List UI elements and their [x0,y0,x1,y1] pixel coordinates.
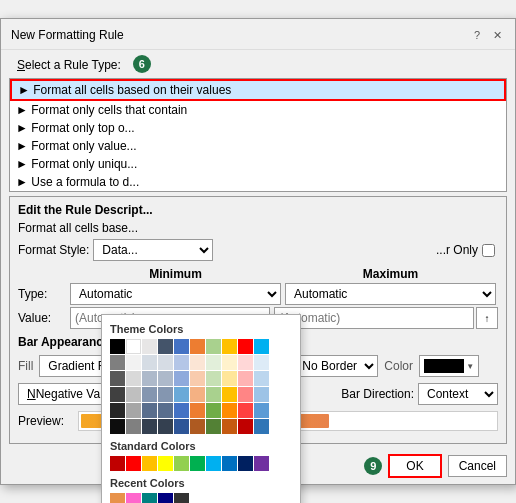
color-cell[interactable] [254,419,269,434]
color-cell[interactable] [110,456,125,471]
color-cell[interactable] [190,371,205,386]
color-cell[interactable] [174,355,189,370]
color-cell[interactable] [222,403,237,418]
color-cell-recent-dark[interactable] [174,493,189,503]
color-cell[interactable] [238,403,253,418]
color-cell[interactable] [206,387,221,402]
color-cell[interactable] [126,355,141,370]
color-cell[interactable] [174,387,189,402]
color-cell[interactable] [190,355,205,370]
color-cell[interactable] [206,355,221,370]
color-cell[interactable] [174,456,189,471]
ok-button[interactable]: OK [388,454,441,478]
color-cell[interactable] [110,371,125,386]
max-value-input[interactable] [274,307,474,329]
color-cell[interactable] [238,371,253,386]
color-cell[interactable] [238,387,253,402]
color-cell[interactable] [158,456,173,471]
color-cell[interactable] [206,339,221,354]
color-cell[interactable] [254,456,269,471]
color-cell[interactable] [158,355,173,370]
color-cell[interactable] [126,456,141,471]
color-cell[interactable] [190,456,205,471]
border-select[interactable]: No Border [293,355,378,377]
close-button[interactable]: ✕ [489,27,505,43]
theme-color-row-1 [110,339,292,354]
color-cell[interactable] [174,339,189,354]
color-cell[interactable] [142,355,157,370]
color-cell-recent-teal[interactable] [142,493,157,503]
color-cell-recent-navy[interactable] [158,493,173,503]
color-cell[interactable] [142,387,157,402]
color-cell[interactable] [126,387,141,402]
color-cell[interactable] [254,403,269,418]
maximum-header: Maximum [283,267,498,281]
rule-item-format-top-bottom[interactable]: ► Format only top o... [10,119,506,137]
color-cell[interactable] [222,456,237,471]
bar-direction-select[interactable]: Context [418,383,498,405]
color-cell[interactable] [238,355,253,370]
min-max-header-row: Minimum Maximum [18,267,498,281]
color-cell[interactable] [158,387,173,402]
color-cell[interactable] [206,419,221,434]
color-cell-recent-orange[interactable] [110,493,125,503]
min-type-select[interactable]: Automatic [70,283,281,305]
color-cell[interactable] [254,339,269,354]
color-cell[interactable] [254,371,269,386]
border-color-button[interactable]: ▼ [419,355,479,377]
color-cell[interactable] [174,371,189,386]
color-cell[interactable] [126,419,141,434]
rule-item-format-cells-contain[interactable]: ► Format only cells that contain [10,101,506,119]
show-bar-only-checkbox[interactable] [482,244,495,257]
format-style-select[interactable]: Data... [93,239,213,261]
color-cell[interactable] [158,403,173,418]
color-cell[interactable] [190,387,205,402]
color-cell[interactable] [110,339,125,354]
cancel-button[interactable]: Cancel [448,455,507,477]
max-type-select[interactable]: Automatic [285,283,496,305]
color-cell[interactable] [174,419,189,434]
color-cell[interactable] [110,355,125,370]
bar-direction-row: Bar Direction: Context [341,383,498,405]
color-cell-recent-pink[interactable] [126,493,141,503]
color-cell[interactable] [158,339,173,354]
color-cell[interactable] [238,456,253,471]
badge-6: 6 [133,55,151,73]
rule-item-use-formula[interactable]: ► Use a formula to d... [10,173,506,191]
border-color-swatch [424,359,464,373]
color-cell[interactable] [190,419,205,434]
color-cell[interactable] [222,355,237,370]
color-cell[interactable] [110,419,125,434]
color-cell[interactable] [142,371,157,386]
color-cell[interactable] [254,355,269,370]
rule-item-format-unique[interactable]: ► Format only uniqu... [10,155,506,173]
color-cell[interactable] [190,403,205,418]
color-cell[interactable] [190,339,205,354]
rule-item-format-above-below[interactable]: ► Format only value... [10,137,506,155]
color-cell[interactable] [142,456,157,471]
color-cell[interactable] [238,339,253,354]
color-cell[interactable] [174,403,189,418]
help-button[interactable]: ? [469,27,485,43]
color-cell[interactable] [126,339,141,354]
color-cell[interactable] [222,371,237,386]
color-cell[interactable] [238,419,253,434]
color-cell[interactable] [254,387,269,402]
color-cell[interactable] [206,403,221,418]
color-cell[interactable] [142,403,157,418]
color-cell[interactable] [206,371,221,386]
color-cell[interactable] [110,403,125,418]
color-cell[interactable] [126,371,141,386]
color-cell[interactable] [158,419,173,434]
max-value-button[interactable]: ↑ [476,307,498,329]
color-cell[interactable] [126,403,141,418]
color-cell[interactable] [222,339,237,354]
rule-item-format-all-cells[interactable]: ► Format all cells based on their values [10,79,506,101]
color-cell[interactable] [222,419,237,434]
color-cell[interactable] [222,387,237,402]
color-cell[interactable] [110,387,125,402]
color-cell[interactable] [142,419,157,434]
color-cell[interactable] [142,339,157,354]
color-cell[interactable] [206,456,221,471]
color-cell[interactable] [158,371,173,386]
